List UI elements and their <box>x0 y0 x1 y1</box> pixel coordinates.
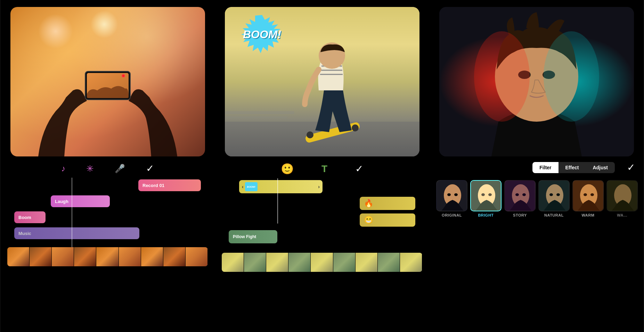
svg-rect-45 <box>573 181 604 211</box>
film-frame <box>96 247 119 266</box>
filter-bright[interactable]: BRIGHT <box>470 180 502 217</box>
sticker-timeline: ‹ BOOM! › 🔥 😁 Pillow Fight <box>215 178 429 251</box>
svg-point-25 <box>454 193 458 196</box>
filter-thumb-img-story <box>504 180 536 211</box>
tab-effect[interactable]: Effect <box>559 162 586 173</box>
track-music: Music <box>7 227 208 239</box>
confirm-button-2[interactable]: ✓ <box>355 163 363 175</box>
emoji-icon[interactable]: 🙂 <box>281 163 294 175</box>
film-frame-2 <box>288 253 311 272</box>
boom-arrow-right: › <box>318 184 320 189</box>
svg-point-24 <box>447 193 451 196</box>
confirm-button-3[interactable]: ✓ <box>627 162 635 173</box>
clip-pillow-fight[interactable]: Pillow Fight <box>229 230 277 243</box>
clip-record01[interactable]: Record 01 <box>138 179 201 191</box>
playhead <box>72 178 72 247</box>
clip-fire[interactable]: 🔥 <box>360 197 415 210</box>
sparkle-icon[interactable]: ✳ <box>86 164 94 173</box>
video-preview-3 <box>439 7 634 156</box>
stage-light-center <box>90 10 118 38</box>
clip-boom-sticker[interactable]: ‹ BOOM! › <box>239 180 323 193</box>
add-music-icon[interactable]: ♪ <box>61 164 65 173</box>
tab-adjust[interactable]: Adjust <box>586 162 615 173</box>
svg-rect-35 <box>505 181 536 211</box>
film-frame-2 <box>244 253 266 272</box>
filter-label-extra: WA... <box>617 213 627 217</box>
skater-svg <box>225 7 419 156</box>
filter-thumb-img-natural <box>538 180 570 211</box>
svg-point-21 <box>544 31 599 122</box>
svg-point-10 <box>307 131 313 138</box>
track-pillow-fight: Pillow Fight <box>222 230 422 243</box>
film-frame-2 <box>400 253 422 272</box>
svg-point-11 <box>352 124 359 131</box>
svg-point-20 <box>474 31 530 122</box>
filter-natural[interactable]: NATURAL <box>538 180 570 217</box>
svg-rect-7 <box>225 111 294 114</box>
clip-boom[interactable]: Boom <box>14 211 46 223</box>
filter-tab-group: Filter Effect Adjust <box>532 162 615 173</box>
film-frame <box>163 247 186 266</box>
tab-filter[interactable]: Filter <box>532 162 558 173</box>
filter-story[interactable]: STORY <box>504 180 536 217</box>
audio-timeline: Record 01 Laugh Boom Music <box>0 178 215 247</box>
film-frame <box>30 247 52 266</box>
svg-rect-48 <box>607 181 638 211</box>
svg-rect-40 <box>539 181 570 211</box>
filmstrip-1 <box>7 247 208 266</box>
playhead-2 <box>277 178 278 224</box>
stage-light-left <box>38 14 73 49</box>
boom-mini-sticker: BOOM! <box>245 182 258 191</box>
filter-thumbnail-list: ORIGINAL BRIGHT <box>429 177 644 221</box>
svg-point-4 <box>122 75 124 77</box>
confirm-button[interactable]: ✓ <box>146 163 154 174</box>
filter-warm[interactable]: WARM <box>572 180 604 217</box>
film-frame <box>7 247 30 266</box>
filter-thumb-img-original <box>436 180 467 211</box>
svg-rect-30 <box>471 181 502 211</box>
track-boom: Boom <box>7 211 208 223</box>
svg-rect-8 <box>225 116 287 118</box>
filter-label-story: STORY <box>513 213 527 217</box>
film-frame-2 <box>266 253 288 272</box>
filter-label-bright: BRIGHT <box>478 213 494 217</box>
portrait-svg <box>439 7 634 156</box>
filter-thumb-img-warm <box>572 180 604 211</box>
panel-filter-editor: Filter Effect Adjust ✓ ORIGINAL <box>429 0 644 332</box>
filter-label-natural: NATURAL <box>544 213 564 217</box>
film-frame-2 <box>222 253 244 272</box>
clip-smile[interactable]: 😁 <box>360 213 415 227</box>
filter-controls: Filter Effect Adjust ✓ <box>429 156 644 177</box>
track-laugh: Laugh <box>7 195 208 207</box>
filmstrip-2 <box>222 253 422 272</box>
panel-sticker-editor: BOOM! <box>215 0 429 332</box>
video-preview-2: BOOM! <box>225 7 419 156</box>
filter-label-original: ORIGINAL <box>442 213 462 217</box>
sticker-toolbar: 🙂 T ✓ <box>215 163 429 175</box>
film-frame-2 <box>378 253 400 272</box>
film-frame <box>141 247 163 266</box>
film-frame <box>74 247 96 266</box>
video-preview-1 <box>10 7 205 156</box>
track-boom-sticker: ‹ BOOM! › <box>222 180 422 193</box>
film-frame <box>186 247 208 266</box>
film-frame <box>119 247 141 266</box>
panel-audio-editor: ♪ ✳ 🎤 ✓ Record 01 Laugh Boom Mus <box>0 0 215 332</box>
filter-extra[interactable]: WA... <box>606 180 638 217</box>
mic-icon[interactable]: 🎤 <box>115 164 125 173</box>
filter-label-warm: WARM <box>582 213 595 217</box>
track-smile-sticker: 😁 <box>222 213 422 227</box>
clip-laugh[interactable]: Laugh <box>51 195 110 207</box>
boom-arrow-left: ‹ <box>242 184 244 189</box>
filter-original[interactable]: ORIGINAL <box>436 180 467 217</box>
track-record01: Record 01 <box>7 179 208 191</box>
filter-thumb-img-bright <box>470 180 502 211</box>
track-fire-sticker: 🔥 <box>222 197 422 210</box>
text-icon[interactable]: T <box>321 163 327 175</box>
filter-thumb-img-extra <box>606 180 638 211</box>
film-frame <box>52 247 74 266</box>
film-frame-2 <box>333 253 356 272</box>
audio-toolbar: ♪ ✳ 🎤 ✓ <box>0 163 215 174</box>
clip-music[interactable]: Music <box>14 227 139 239</box>
film-frame-2 <box>311 253 333 272</box>
